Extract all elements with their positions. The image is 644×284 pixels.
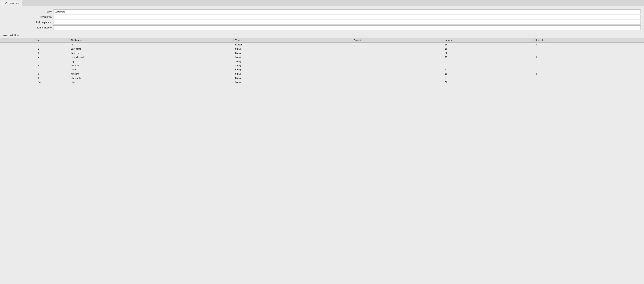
cell-sort: [0, 47, 36, 51]
cell-num: 7: [36, 68, 69, 72]
cell-type: String: [234, 59, 352, 63]
field-enclosure-input[interactable]: [53, 25, 641, 30]
col-header-sort[interactable]: ↑: [0, 38, 36, 43]
cell-sort: [0, 59, 36, 63]
field-enclosure-row: Field enclosure: [0, 25, 644, 30]
name-label: Name: [3, 10, 53, 13]
tab-label: Customers: [5, 2, 17, 4]
cell-length: 30: [443, 80, 534, 84]
main-window: Customers × Name Description Field separ…: [0, 0, 644, 284]
field-separator-row: Field separator: [0, 20, 644, 24]
table-row[interactable]: 5 city String 8: [0, 59, 644, 63]
cell-sort: [0, 80, 36, 84]
cell-length: 15: [443, 47, 534, 51]
description-input[interactable]: [53, 15, 641, 19]
cell-length: 15: [443, 55, 534, 59]
table-row[interactable]: 4 cust_zip_code String 15 0: [0, 55, 644, 59]
cell-type: String: [234, 47, 352, 51]
cell-fieldname: cust_zip_code: [69, 55, 234, 59]
cell-num: 5: [36, 59, 69, 63]
name-input[interactable]: [53, 9, 641, 14]
table-row[interactable]: 8 housenr String 15 0: [0, 72, 644, 76]
tab-bar: Customers ×: [0, 0, 644, 6]
table-row[interactable]: 10 state String 30: [0, 80, 644, 84]
cell-fieldname: First name: [69, 51, 234, 55]
cell-num: 6: [36, 63, 69, 68]
cell-sort: [0, 55, 36, 59]
cell-type: String: [234, 76, 352, 80]
cell-fieldname: birthdate: [69, 63, 234, 68]
cell-format: [352, 51, 444, 55]
col-header-num[interactable]: #: [36, 38, 69, 43]
cell-type: String: [234, 68, 352, 72]
cell-type: String: [234, 55, 352, 59]
field-definitions-title: Field definitions :: [0, 32, 644, 38]
field-definitions-table: ↑ # Field name Type Format Length Precis…: [0, 38, 644, 84]
cell-num: 9: [36, 76, 69, 80]
cell-fieldname: stateCode: [69, 76, 234, 80]
cell-num: 2: [36, 47, 69, 51]
col-header-precision[interactable]: Precision: [534, 38, 644, 43]
cell-format: [352, 63, 444, 68]
cell-fieldname: housenr: [69, 72, 234, 76]
table-body: 1 id Integer 0 15 0 2 Last name String 1…: [0, 43, 644, 84]
field-definitions-table-container: ↑ # Field name Type Format Length Precis…: [0, 38, 644, 84]
cell-length: 9: [443, 76, 534, 80]
content-area: Name Description Field separator Field e…: [0, 6, 644, 284]
cell-precision: [534, 59, 644, 63]
cell-precision: [534, 51, 644, 55]
table-row[interactable]: 3 First name String 20: [0, 51, 644, 55]
cell-precision: [534, 47, 644, 51]
cell-type: String: [234, 51, 352, 55]
cell-precision: [534, 76, 644, 80]
cell-sort: [0, 68, 36, 72]
cell-precision: 0: [534, 72, 644, 76]
cell-length: 20: [443, 51, 534, 55]
cell-format: [352, 72, 444, 76]
field-separator-input[interactable]: [53, 20, 641, 24]
cell-length: 11: [443, 68, 534, 72]
cell-num: 10: [36, 80, 69, 84]
cell-format: [352, 80, 444, 84]
cell-format: [352, 68, 444, 72]
cell-length: [443, 63, 534, 68]
cell-type: String: [234, 63, 352, 68]
table-row[interactable]: 2 Last name String 15: [0, 47, 644, 51]
col-header-format[interactable]: Format: [352, 38, 444, 43]
cell-format: [352, 47, 444, 51]
table-row[interactable]: 7 street String 11: [0, 68, 644, 72]
field-separator-label: Field separator: [3, 21, 53, 24]
cell-fieldname: Last name: [69, 47, 234, 51]
col-header-type[interactable]: Type: [234, 38, 352, 43]
cell-precision: [534, 63, 644, 68]
cell-length: 15: [443, 72, 534, 76]
description-label: Description: [3, 16, 53, 18]
cell-precision: 0: [534, 55, 644, 59]
cell-fieldname: id: [69, 43, 234, 47]
customers-tab[interactable]: Customers ×: [0, 0, 22, 6]
col-header-length[interactable]: Length: [443, 38, 534, 43]
cell-type: String: [234, 80, 352, 84]
cell-fieldname: street: [69, 68, 234, 72]
cell-num: 3: [36, 51, 69, 55]
table-row[interactable]: 1 id Integer 0 15 0: [0, 43, 644, 47]
cell-fieldname: city: [69, 59, 234, 63]
cell-fieldname: state: [69, 80, 234, 84]
table-row[interactable]: 6 birthdate String: [0, 63, 644, 68]
table-row[interactable]: 9 stateCode String 9: [0, 76, 644, 80]
col-header-fieldname[interactable]: Field name: [69, 38, 234, 43]
cell-precision: [534, 68, 644, 72]
cell-length: 8: [443, 59, 534, 63]
tab-close-button[interactable]: ×: [18, 2, 19, 4]
table-header-row: ↑ # Field name Type Format Length Precis…: [0, 38, 644, 43]
metadata-form: Name Description Field separator Field e…: [0, 9, 644, 30]
cell-sort: [0, 63, 36, 68]
field-enclosure-label: Field enclosure: [3, 26, 53, 29]
name-row: Name: [0, 9, 644, 14]
cell-type: Integer: [234, 43, 352, 47]
table-icon: [2, 2, 4, 4]
cell-sort: [0, 72, 36, 76]
cell-length: 15: [443, 43, 534, 47]
sort-arrow-icon: ↑: [2, 39, 2, 41]
cell-sort: [0, 43, 36, 47]
